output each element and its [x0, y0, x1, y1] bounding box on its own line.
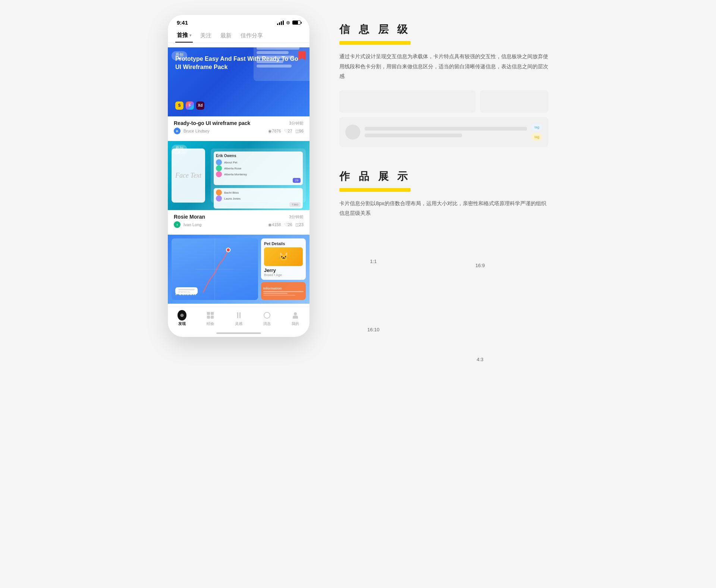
card-3-right-panel: Pet Details 🐱 Jerry Breed • Age Informat…	[261, 238, 306, 300]
card-1-image: 原创 Prototype Easy And Fast With Ready To…	[168, 47, 310, 116]
card-2-avatar-circle: I	[174, 221, 180, 228]
card-1-likes: ♡27	[284, 129, 292, 134]
card-3[interactable]: 原创	[168, 235, 310, 304]
pet-details-card: Pet Details 🐱 Jerry Breed • Age	[261, 238, 306, 280]
phone-mockup: 9:41 ⊛ 首推 ▾ 关注	[168, 15, 310, 337]
info-label: Information	[263, 287, 304, 290]
phone-container: 9:41 ⊛ 首推 ▾ 关注	[168, 15, 310, 337]
card-3-position-label: Position	[175, 290, 196, 296]
feed: 原创 Prototype Easy And Fast With Ready To…	[168, 47, 310, 307]
card-1-comments: ◫96	[295, 129, 304, 134]
card-3-content: Position Pet Details 🐱 Jerry Breed • Age	[168, 235, 310, 304]
card-1-time: 3分钟前	[289, 121, 304, 126]
section-2-title: 作 品 展 示	[339, 169, 411, 184]
card-1-tool-icons: S F Xd	[175, 101, 302, 110]
card-2-image: 原创 Face Text Erik Owens About Pet Albert…	[168, 141, 310, 210]
nav-arrow-icon: ▾	[189, 33, 191, 37]
ratio-4-3: 4:3	[412, 308, 548, 410]
status-icons: ⊛	[277, 20, 301, 25]
preview-card-row-1	[339, 90, 548, 113]
tab-message-label: 消息	[263, 321, 271, 326]
card-2-likes: ♡26	[284, 222, 292, 227]
preview-skeleton-1	[339, 90, 475, 113]
section-1-desc: 通过卡片式设计呈现交互信息为承载体，卡片特点具有较强的交互性，信息板块之间放弃使…	[339, 51, 548, 81]
skeleton-lines	[365, 127, 527, 137]
info-card: Information	[261, 282, 306, 300]
card-1-meta: B Bruce Lindsey ◉7876 ♡27 ◫96	[174, 128, 304, 134]
skeleton-avatar	[345, 125, 360, 140]
pet-info: Breed • Age	[264, 273, 303, 277]
tab-inspiration[interactable]: 灵感	[224, 311, 253, 326]
card-3-map: Position	[172, 238, 258, 300]
card-2-right-panel: Erik Owens About Pet Alberta Rose Albert…	[211, 148, 306, 203]
nav-tab-follow[interactable]: 关注	[199, 29, 213, 43]
profile-icon	[291, 311, 300, 320]
inspiration-icon	[234, 311, 243, 320]
discover-icon: ⊕	[178, 311, 186, 320]
card-1-author: Bruce Lindsey	[183, 129, 265, 133]
nav-tab-best[interactable]: 佳作分享	[239, 29, 264, 43]
card-1-views: ◉7876	[268, 129, 281, 134]
svg-point-0	[226, 248, 230, 252]
tab-profile[interactable]: 我的	[281, 311, 310, 326]
section-1-title: 信 息 层 级	[339, 22, 411, 37]
card-2-stats: ◉4158 ♡26 ◫23	[268, 222, 304, 227]
signal-icon	[277, 21, 284, 25]
card-1-avatar: B	[174, 128, 180, 134]
card-1[interactable]: 原创 Prototype Easy And Fast With Ready To…	[168, 47, 310, 138]
section-1-title-highlight	[339, 41, 411, 45]
card-2-views: ◉4158	[268, 222, 281, 227]
status-time: 9:41	[177, 19, 188, 26]
card-1-avatar-circle: B	[174, 128, 180, 134]
ratio-16-10: 16:10	[339, 308, 408, 351]
battery-icon	[292, 21, 301, 25]
skeleton-line-2	[365, 134, 462, 137]
tab-discover-label: 发现	[178, 321, 186, 326]
tab-experience-label: 经验	[207, 321, 214, 326]
card-2[interactable]: 原创 Face Text Erik Owens About Pet Albert…	[168, 141, 310, 232]
card-1-stats: ◉7876 ♡27 ◫96	[268, 129, 304, 134]
tab-discover[interactable]: ⊕ 发现	[168, 311, 196, 326]
card-1-title: Ready-to-go UI wireframe pack	[174, 120, 250, 126]
phone-nav: 首推 ▾ 关注 最新 佳作分享	[168, 29, 310, 43]
card-2-content: Face Text Erik Owens About Pet Alberta R…	[168, 141, 310, 210]
ratio-1-1: 1:1	[339, 227, 408, 295]
card-3-image: 原创	[168, 235, 310, 304]
figma-icon: F	[186, 101, 194, 110]
preview-skeleton-3: tag tag	[339, 117, 548, 147]
xd-icon: Xd	[196, 101, 204, 110]
nav-tab-latest[interactable]: 最新	[219, 29, 233, 43]
tab-message[interactable]: 消息	[253, 311, 281, 326]
tab-experience[interactable]: 经验	[196, 311, 224, 326]
section-2-desc: 卡片信息分割以8px的倍数合理布局，运用大小对比，亲密性和格式塔原理科学严谨的组…	[339, 198, 548, 218]
card-1-info: Ready-to-go UI wireframe pack 3分钟前 B Bru…	[168, 116, 310, 138]
nav-title-text: 首推	[177, 32, 188, 39]
ratio-grid: 1:1 16:9 16:10 4:3	[339, 227, 548, 411]
card-2-meta: I Ivan Long ◉4158 ♡26 ◫23	[174, 221, 304, 228]
skeleton-tag-1: tag	[531, 123, 542, 131]
section-work-display: 作 品 展 示 卡片信息分割以8px的倍数合理布局，运用大小对比，亲密性和格式塔…	[339, 169, 548, 411]
wifi-icon: ⊛	[286, 20, 290, 25]
card-2-title: Rosie Moran	[174, 214, 205, 220]
card-2-info: Rosie Moran 3分钟前 I Ivan Long ◉4158 ♡26 ◫…	[168, 210, 310, 232]
message-icon	[263, 311, 271, 320]
card-2-author: Ivan Long	[183, 222, 265, 227]
skeleton-tag-2: tag	[531, 133, 542, 141]
card-2-avatar: I	[174, 221, 180, 228]
pet-name: Jerry	[264, 268, 303, 273]
sketch-icon: S	[175, 101, 183, 110]
bookmark-icon	[298, 51, 306, 60]
card-2-left-panel: Face Text	[172, 148, 205, 203]
tab-profile-label: 我的	[292, 321, 299, 326]
experience-icon	[206, 311, 215, 320]
status-bar: 9:41 ⊛	[168, 15, 310, 29]
nav-title[interactable]: 首推 ▾	[175, 29, 193, 43]
skeleton-line-1	[365, 127, 527, 131]
section-2-title-highlight	[339, 188, 411, 192]
preview-cards: tag tag	[339, 90, 548, 147]
preview-skeleton-2	[480, 90, 548, 113]
card-2-time: 3分钟前	[289, 214, 304, 220]
card-2-comments: ◫23	[295, 222, 304, 227]
ratio-16-9: 16:9	[412, 227, 548, 304]
article-container: 信 息 层 级 通过卡片式设计呈现交互信息为承载体，卡片特点具有较强的交互性，信…	[339, 15, 548, 433]
